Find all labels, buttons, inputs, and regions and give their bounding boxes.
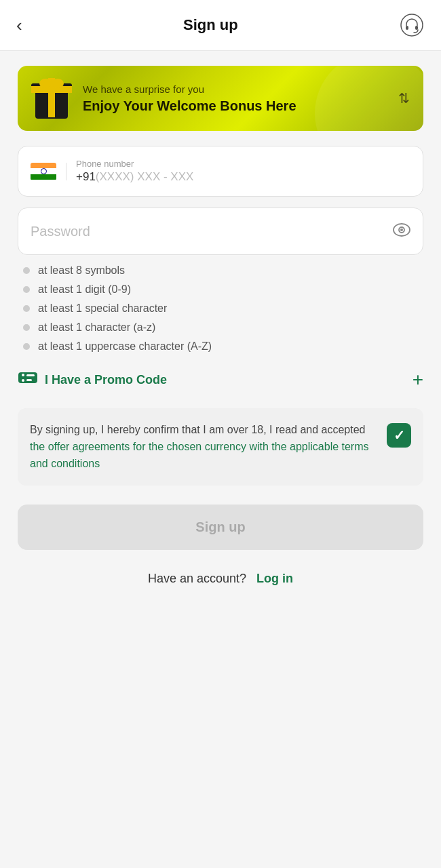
welcome-bonus-banner[interactable]: We have a surprise for you Enjoy Your We… [18,66,423,131]
rule-item: at least 1 uppercase character (A-Z) [23,340,423,353]
gift-icon [31,78,72,119]
login-row: Have an account? Log in [18,572,423,606]
svg-rect-1 [406,26,408,30]
password-input-card[interactable]: Password [18,208,423,255]
terms-link[interactable]: the offer agreements for the chosen curr… [30,441,369,469]
rule-dot-icon [23,267,30,274]
password-rules-list: at least 8 symbols at least 1 digit (0-9… [18,264,423,353]
checkmark-icon: ✓ [394,427,405,443]
rule-item: at least 1 digit (0-9) [23,283,423,296]
rule-dot-icon [23,305,30,312]
terms-agreement-box: By signing up, I hereby confirm that I a… [18,408,423,486]
svg-rect-2 [415,26,418,30]
banner-text: We have a surprise for you Enjoy Your We… [83,83,391,114]
rule-text: at least 1 character (a-z) [38,321,155,334]
rule-item: at least 8 symbols [23,264,423,277]
svg-point-8 [22,379,24,382]
promo-code-row: I Have a Promo Code + [18,366,423,393]
password-placeholder: Password [31,224,393,239]
svg-rect-6 [18,372,37,383]
promo-add-icon[interactable]: + [413,369,423,391]
rule-dot-icon [23,324,30,331]
login-link[interactable]: Log in [256,572,293,585]
rule-dot-icon [23,343,30,350]
banner-subtitle: We have a surprise for you [83,83,391,95]
svg-rect-10 [26,379,32,381]
page-title: Sign up [183,16,238,34]
rule-item: at least 1 special character [23,302,423,315]
terms-checkbox[interactable]: ✓ [387,423,411,448]
back-button[interactable]: ‹ [16,16,22,34]
banner-chevron-icon[interactable]: ⇅ [398,90,410,106]
rule-dot-icon [23,286,30,293]
svg-point-7 [22,374,24,376]
terms-static: By signing up, I hereby confirm that I a… [30,424,366,435]
phone-label: Phone number [76,159,410,169]
promo-ticket-icon [18,370,38,391]
banner-title: Enjoy Your Welcome Bonus Here [83,98,391,114]
promo-label: I Have a Promo Code [45,373,167,387]
rule-text: at least 1 digit (0-9) [38,283,131,296]
toggle-password-icon[interactable] [393,222,410,241]
svg-rect-9 [26,374,35,376]
support-button[interactable] [399,12,425,38]
phone-value: +91(XXXX) XXX - XXX [76,170,410,184]
headset-icon [400,14,423,37]
rule-text: at least 1 special character [38,302,167,315]
rule-text: at least 1 uppercase character (A-Z) [38,340,212,353]
phone-input-card: Phone number +91(XXXX) XXX - XXX [18,146,423,197]
country-code: +91 [76,170,96,183]
svg-point-0 [401,14,423,36]
rule-item: at least 1 character (a-z) [23,321,423,334]
phone-input[interactable]: Phone number +91(XXXX) XXX - XXX [76,159,410,184]
promo-code-button[interactable]: I Have a Promo Code [18,370,167,391]
country-selector[interactable] [31,163,66,180]
rule-text: at least 8 symbols [38,264,125,277]
phone-placeholder: (XXXX) XXX - XXX [96,170,194,183]
terms-text: By signing up, I hereby confirm that I a… [30,422,377,472]
signup-button[interactable]: Sign up [18,505,423,550]
svg-point-5 [400,229,403,231]
main-content: We have a surprise for you Enjoy Your We… [0,51,441,621]
india-flag-icon [31,163,56,180]
have-account-text: Have an account? [148,572,246,585]
header: ‹ Sign up [0,0,441,51]
